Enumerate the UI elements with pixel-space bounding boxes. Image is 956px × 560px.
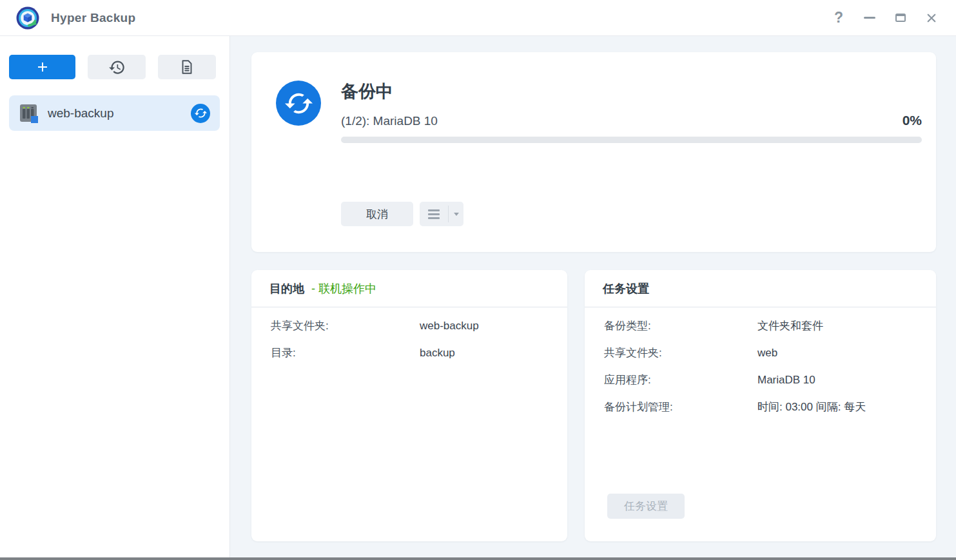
task-syncing-badge-icon <box>191 104 210 123</box>
maximize-button[interactable] <box>894 10 907 26</box>
online-status-text: - 联机操作中 <box>311 281 376 296</box>
field-schedule: 备份计划管理: 时间: 03:00 间隔: 每天 <box>604 400 918 414</box>
settings-card-title: 任务设置 <box>603 281 649 296</box>
destination-card-title: 目的地 <box>269 281 304 296</box>
history-clock-icon <box>108 59 126 76</box>
task-settings-card: 任务设置 备份类型: 文件夹和套件 共享文件夹: web 应用程序: <box>585 270 936 541</box>
status-title: 备份中 <box>341 81 922 102</box>
help-button[interactable]: ? <box>832 10 845 26</box>
destination-card: 目的地 - 联机操作中 共享文件夹: web-backup 目录: backup <box>251 270 567 541</box>
maximize-icon <box>895 14 906 22</box>
window-bottom-edge <box>0 557 956 560</box>
task-name: web-backup <box>48 106 191 121</box>
sidebar-toolbar <box>9 55 220 79</box>
window-controls: ? <box>832 10 956 26</box>
progress-bar <box>341 137 922 143</box>
field-shared-folder: 共享文件夹: web-backup <box>271 319 549 333</box>
plus-icon <box>35 59 50 75</box>
version-history-button[interactable] <box>88 55 146 79</box>
app-title: Hyper Backup <box>51 11 135 25</box>
field-directory: 目录: backup <box>271 346 549 360</box>
task-menu-split-button <box>420 202 463 226</box>
main-panel: 备份中 (1/2): MariaDB 10 0% 取消 <box>230 36 956 557</box>
cancel-button[interactable]: 取消 <box>341 202 413 226</box>
task-sidebar: web-backup <box>0 36 230 557</box>
close-icon <box>926 12 937 24</box>
titlebar: Hyper Backup ? <box>0 0 956 36</box>
hyper-backup-logo-icon <box>15 5 41 31</box>
task-settings-button[interactable]: 任务设置 <box>607 494 685 519</box>
field-shared-folder: 共享文件夹: web <box>604 346 918 360</box>
minimize-icon <box>864 17 875 19</box>
sidebar-item-web-backup[interactable]: web-backup <box>9 95 220 131</box>
log-button[interactable] <box>158 55 216 79</box>
status-step: (1/2): MariaDB 10 <box>341 114 438 128</box>
field-backup-type: 备份类型: 文件夹和套件 <box>604 319 918 333</box>
document-icon <box>179 59 195 75</box>
backup-in-progress-icon <box>276 81 321 126</box>
chevron-down-icon <box>454 213 459 216</box>
help-icon: ? <box>834 10 843 25</box>
nas-device-icon <box>17 102 39 124</box>
task-menu-dropdown-button[interactable] <box>449 202 463 226</box>
backup-status-card: 备份中 (1/2): MariaDB 10 0% 取消 <box>251 52 936 252</box>
app-window: Hyper Backup ? <box>0 0 956 560</box>
field-application: 应用程序: MariaDB 10 <box>604 373 918 387</box>
create-task-button[interactable] <box>9 55 75 79</box>
minimize-button[interactable] <box>863 10 876 26</box>
progress-percent: 0% <box>902 113 922 128</box>
task-menu-button[interactable] <box>420 202 448 226</box>
close-button[interactable] <box>925 10 938 26</box>
